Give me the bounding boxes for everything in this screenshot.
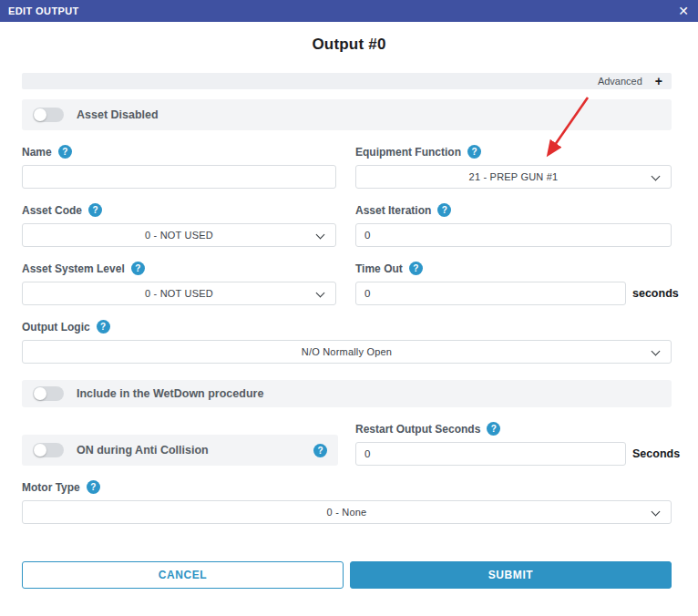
motor-type-label: Motor Type (22, 481, 80, 494)
toggle-knob (34, 108, 46, 121)
help-icon[interactable]: ? (313, 444, 327, 457)
help-icon[interactable]: ? (437, 203, 451, 217)
help-icon[interactable]: ? (87, 480, 100, 494)
time-out-label: Time Out (355, 262, 403, 275)
chevron-down-icon (652, 347, 661, 356)
modal-header: EDIT OUTPUT ✕ (0, 0, 698, 22)
asset-iteration-label: Asset Iteration (355, 204, 431, 217)
advanced-expander[interactable]: Advanced + (22, 73, 672, 89)
help-icon[interactable]: ? (88, 203, 102, 217)
toggle-knob (34, 387, 46, 400)
row-output-logic: Output Logic ? N/O Normally Open (22, 320, 672, 364)
page-title: Output #0 (0, 36, 698, 54)
anti-collision-row: ON during Anti Collision ? (22, 435, 338, 466)
equipment-function-label: Equipment Function (355, 146, 461, 159)
asset-code-value: 0 - NOT USED (145, 230, 213, 241)
asset-system-level-label: Asset System Level (22, 262, 125, 275)
asset-disabled-toggle[interactable] (33, 108, 64, 122)
motor-type-value: 0 - None (327, 507, 367, 518)
equipment-function-value: 21 - PREP GUN #1 (469, 171, 559, 182)
asset-system-level-select[interactable]: 0 - NOT USED (22, 282, 336, 305)
asset-disabled-label: Asset Disabled (77, 108, 159, 121)
cancel-button[interactable]: CANCEL (22, 561, 344, 589)
wetdown-row: Include in the WetDown procedure (22, 380, 672, 407)
toggle-knob (34, 444, 46, 457)
time-out-input[interactable] (355, 282, 626, 305)
help-icon[interactable]: ? (97, 320, 110, 334)
asset-code-label: Asset Code (22, 204, 82, 217)
action-buttons: CANCEL SUBMIT (22, 561, 672, 589)
name-input[interactable] (22, 165, 336, 189)
help-icon[interactable]: ? (58, 145, 72, 159)
asset-code-select[interactable]: 0 - NOT USED (22, 223, 336, 247)
help-icon[interactable]: ? (131, 262, 145, 275)
wetdown-label: Include in the WetDown procedure (77, 387, 263, 400)
row-assetcode-iteration: Asset Code ? 0 - NOT USED Asset Iteratio… (22, 189, 672, 247)
asset-disabled-row: Asset Disabled (22, 99, 672, 130)
modal-header-title: EDIT OUTPUT (8, 5, 79, 16)
chevron-down-icon (652, 508, 661, 517)
edit-output-modal: EDIT OUTPUT ✕ Output #0 Advanced + Asset… (0, 0, 698, 616)
row-motor-type: Motor Type ? 0 - None (22, 480, 672, 524)
row-name-equipment: Name ? Equipment Function ? 21 - PREP GU… (22, 130, 672, 189)
chevron-down-icon (316, 231, 325, 240)
anti-collision-label: ON during Anti Collision (77, 444, 209, 457)
help-icon[interactable]: ? (467, 145, 481, 159)
chevron-down-icon (652, 172, 661, 181)
restart-output-seconds-label: Restart Output Seconds (355, 423, 480, 436)
output-logic-select[interactable]: N/O Normally Open (22, 340, 672, 364)
output-logic-value: N/O Normally Open (302, 346, 392, 357)
advanced-label: Advanced (598, 76, 642, 87)
asset-iteration-input[interactable] (355, 223, 672, 247)
wetdown-toggle[interactable] (33, 386, 64, 401)
row-anticollision-restart: ON during Anti Collision ? Restart Outpu… (22, 422, 672, 466)
restart-output-seconds-unit: Seconds (632, 447, 680, 460)
anti-collision-toggle[interactable] (33, 443, 64, 457)
submit-button[interactable]: SUBMIT (350, 561, 672, 589)
output-logic-label: Output Logic (22, 321, 90, 334)
restart-output-seconds-input[interactable] (355, 442, 626, 466)
asset-system-level-value: 0 - NOT USED (145, 288, 213, 299)
modal-content: Advanced + Asset Disabled Name ? Equipme… (0, 73, 698, 589)
plus-icon: + (655, 75, 662, 87)
name-label: Name (22, 146, 52, 159)
row-systemlevel-timeout: Asset System Level ? 0 - NOT USED Time O… (22, 247, 672, 305)
help-icon[interactable]: ? (409, 262, 423, 275)
motor-type-select[interactable]: 0 - None (22, 500, 672, 524)
close-icon[interactable]: ✕ (678, 5, 689, 17)
time-out-unit: seconds (632, 287, 679, 300)
equipment-function-select[interactable]: 21 - PREP GUN #1 (355, 165, 672, 189)
help-icon[interactable]: ? (487, 422, 500, 436)
chevron-down-icon (316, 289, 325, 298)
